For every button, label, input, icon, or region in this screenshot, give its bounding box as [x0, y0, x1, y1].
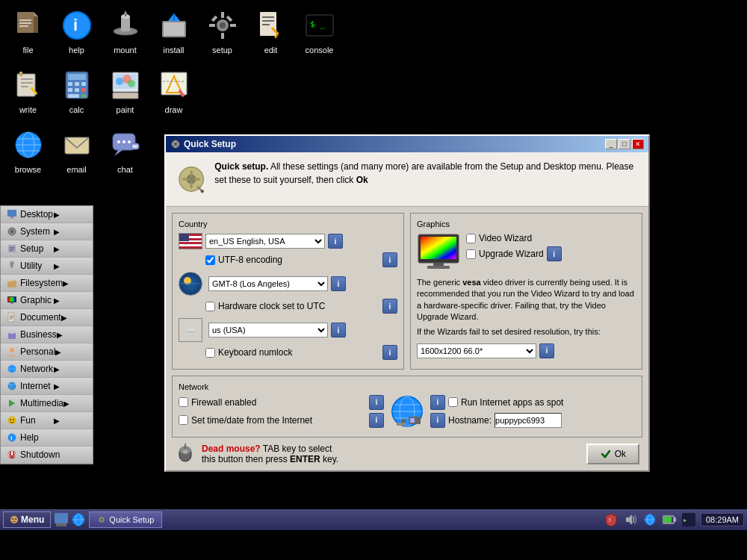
ok-button[interactable]: Ok: [586, 444, 639, 464]
network-tray-icon[interactable]: [642, 512, 657, 527]
firewall-checkbox[interactable]: [179, 397, 188, 407]
hwclock-checkbox[interactable]: [205, 302, 215, 311]
svg-rect-97: [10, 332, 14, 334]
setup-icon-btn[interactable]: setup: [198, 4, 247, 63]
wizard-controls: Video Wizard Upgrade Wizard i: [466, 233, 562, 264]
shield-icon[interactable]: !: [604, 512, 619, 527]
sidebar-item-fun[interactable]: Fun ▶: [1, 412, 93, 429]
svg-point-72: [132, 146, 134, 148]
sidebar-item-help[interactable]: i Help: [1, 429, 93, 447]
upgrade-wizard-checkbox[interactable]: [466, 249, 476, 259]
svg-rect-42: [68, 82, 72, 86]
sidebar: Desktop ▶ System ▶ Setup ▶ Utility ▶ Fil…: [0, 205, 93, 464]
taskbar-icon-1[interactable]: [54, 512, 69, 527]
hwclock-info-btn[interactable]: i: [382, 299, 397, 314]
svg-point-18: [220, 22, 226, 28]
sidebar-item-setup[interactable]: Setup ▶: [1, 240, 93, 258]
settime-checkbox[interactable]: [179, 415, 188, 425]
svg-rect-83: [10, 261, 11, 267]
svg-rect-49: [81, 94, 86, 98]
chat-icon-btn[interactable]: chat: [101, 123, 149, 183]
battery-icon[interactable]: [662, 512, 677, 527]
sidebar-item-multimedia[interactable]: Multimedia ▶: [1, 395, 93, 412]
settime-info-btn[interactable]: i: [369, 413, 384, 428]
help-icon-btn[interactable]: i help: [52, 4, 101, 63]
svg-rect-20: [221, 33, 224, 39]
svg-rect-5: [19, 25, 28, 27]
sidebar-item-personal[interactable]: Personal ▶: [1, 343, 93, 361]
video-wizard-checkbox[interactable]: [466, 234, 476, 243]
taskbar-icon-2[interactable]: [71, 512, 86, 527]
sidebar-item-shutdown[interactable]: Shutdown: [1, 447, 93, 464]
resolution-row: 1600x1200 66.0* i: [417, 343, 636, 358]
sidebar-item-internet[interactable]: Internet ▶: [1, 378, 93, 395]
console-icon-btn[interactable]: $ _ console: [295, 4, 344, 63]
svg-point-70: [128, 140, 131, 143]
volume-icon[interactable]: [623, 512, 638, 527]
edit-icon-btn[interactable]: edit: [247, 4, 295, 63]
svg-rect-123: [190, 170, 193, 177]
language-select[interactable]: en_US English, USA: [205, 234, 325, 249]
file-icon-btn[interactable]: file: [4, 4, 52, 63]
settime-label: Set time/date from the Internet: [191, 415, 312, 426]
keyboard-info-btn[interactable]: i: [331, 323, 346, 337]
keyboard-select[interactable]: us (USA): [208, 323, 328, 337]
svg-rect-80: [10, 247, 14, 248]
svg-point-98: [10, 348, 14, 352]
svg-text:i: i: [73, 16, 78, 34]
numlock-checkbox[interactable]: [205, 348, 215, 358]
network-globe: [390, 394, 424, 431]
sidebar-item-filesystem[interactable]: Filesystem ▶: [1, 275, 93, 292]
timezone-select[interactable]: GMT-8 (Los Angeles): [208, 276, 328, 291]
video-wizard-label: Video Wizard: [479, 233, 532, 243]
svg-marker-156: [626, 514, 632, 525]
svg-rect-48: [68, 94, 79, 98]
sidebar-item-utility[interactable]: Utility ▶: [1, 258, 93, 275]
maximize-button[interactable]: □: [619, 139, 630, 149]
run-internet-checkbox[interactable]: [448, 397, 458, 407]
run-internet-info-btn[interactable]: i: [430, 395, 445, 410]
write-icon-btn[interactable]: write: [4, 63, 52, 123]
minimize-button[interactable]: _: [605, 139, 617, 149]
upgrade-wizard-info-btn[interactable]: i: [547, 246, 562, 261]
utf8-checkbox[interactable]: [205, 255, 215, 265]
draw-icon-btn[interactable]: draw: [149, 63, 198, 123]
dialog-titlebar: Quick Setup _ □ ✕: [166, 136, 648, 152]
sidebar-item-system[interactable]: System ▶: [1, 223, 93, 240]
close-button[interactable]: ✕: [632, 139, 644, 149]
timezone-row: GMT-8 (Los Angeles) i: [179, 272, 397, 296]
hostname-info-btn[interactable]: i: [430, 413, 445, 428]
menu-button[interactable]: Menu: [3, 511, 51, 528]
svg-point-143: [183, 449, 187, 454]
dialog-footer: Dead mouse? TAB key to select this butto…: [166, 438, 648, 470]
timezone-icon: [179, 272, 202, 296]
install-icon-btn[interactable]: install: [149, 4, 198, 63]
paint-icon-btn[interactable]: paint: [101, 63, 149, 123]
svg-point-147: [15, 518, 16, 520]
upgrade-wizard-row: Upgrade Wizard i: [466, 246, 562, 261]
calc-icon-btn[interactable]: calc: [52, 63, 101, 123]
sidebar-item-desktop[interactable]: Desktop ▶: [1, 206, 93, 223]
network-body: Firewall enabled i Set time/date from th…: [179, 394, 636, 431]
svg-rect-112: [11, 451, 13, 455]
mount-icon-btn[interactable]: mount: [101, 4, 149, 63]
resolution-select[interactable]: 1600x1200 66.0*: [417, 343, 536, 358]
firewall-info-btn[interactable]: i: [369, 395, 384, 410]
resolution-info-btn[interactable]: i: [539, 343, 554, 358]
sidebar-item-network[interactable]: Network ▶: [1, 361, 93, 378]
numlock-info-btn[interactable]: i: [382, 345, 397, 360]
sidebar-item-document[interactable]: Document ▶: [1, 309, 93, 326]
network-section: Network Firewall enabled i Set time/date…: [172, 376, 642, 438]
language-info-btn[interactable]: i: [328, 234, 343, 249]
email-icon-btn[interactable]: email: [52, 123, 101, 183]
browse-icon-btn[interactable]: browse: [4, 123, 52, 183]
hostname-input[interactable]: [495, 413, 562, 428]
svg-rect-162: [664, 517, 672, 523]
taskbar-window-item[interactable]: Quick Setup: [89, 511, 162, 528]
timezone-info-btn[interactable]: i: [331, 276, 346, 291]
utf8-info-btn[interactable]: i: [382, 252, 397, 267]
svg-point-78: [10, 230, 13, 233]
sidebar-item-graphic[interactable]: Graphic ▶: [1, 292, 93, 309]
svg-rect-19: [221, 12, 224, 18]
sidebar-item-business[interactable]: Business ▶: [1, 326, 93, 343]
